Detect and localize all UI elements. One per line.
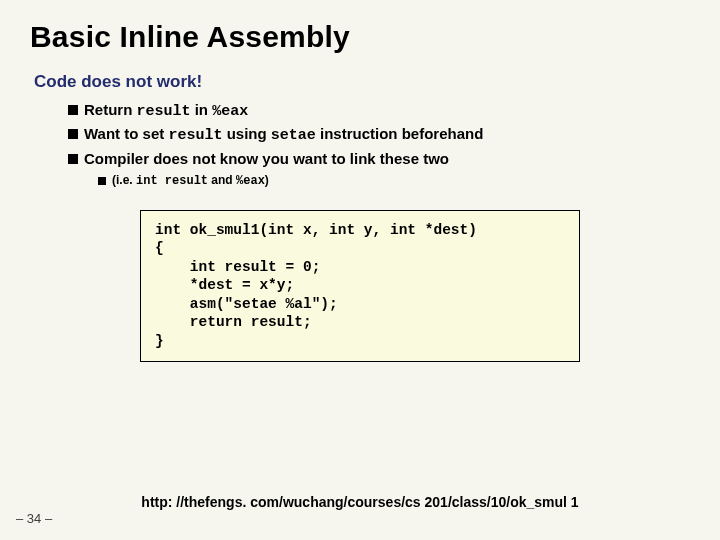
sub-bullet-text: (i.e. int result and %eax) xyxy=(112,173,269,188)
bullet-text: Return result in %eax xyxy=(84,100,248,122)
square-bullet-icon xyxy=(98,177,106,185)
sub-bullet-item: (i.e. int result and %eax) xyxy=(98,173,690,188)
bullet-item: Return result in %eax xyxy=(68,100,690,122)
slide: Basic Inline Assembly Code does not work… xyxy=(0,0,720,362)
page-number: – 34 – xyxy=(16,511,52,526)
code-run: %eax xyxy=(212,103,248,120)
text-run: using xyxy=(222,125,270,142)
text-run: and xyxy=(208,173,236,187)
code-run: result xyxy=(168,127,222,144)
square-bullet-icon xyxy=(68,105,78,115)
text-run: instruction beforehand xyxy=(316,125,484,142)
bullet-text: Compiler does not know you want to link … xyxy=(84,149,449,169)
subheading: Code does not work! xyxy=(34,72,690,92)
sub-bullet-list: (i.e. int result and %eax) xyxy=(98,173,690,188)
bullet-item: Want to set result using setae instructi… xyxy=(68,124,690,146)
code-run: %eax xyxy=(236,174,265,188)
code-block: int ok_smul1(int x, int y, int *dest) { … xyxy=(140,210,580,362)
bullet-text: Want to set result using setae instructi… xyxy=(84,124,483,146)
square-bullet-icon xyxy=(68,154,78,164)
footer-link: http: //thefengs. com/wuchang/courses/cs… xyxy=(0,494,720,510)
text-run: ) xyxy=(265,173,269,187)
bullet-list: Return result in %eax Want to set result… xyxy=(68,100,690,188)
text-run: in xyxy=(191,101,213,118)
code-run: setae xyxy=(271,127,316,144)
text-run: Return xyxy=(84,101,137,118)
code-run: int result xyxy=(136,174,208,188)
slide-title: Basic Inline Assembly xyxy=(30,20,690,54)
code-run: result xyxy=(137,103,191,120)
square-bullet-icon xyxy=(68,129,78,139)
text-run: (i.e. xyxy=(112,173,136,187)
text-run: Want to set xyxy=(84,125,168,142)
bullet-item: Compiler does not know you want to link … xyxy=(68,149,690,169)
